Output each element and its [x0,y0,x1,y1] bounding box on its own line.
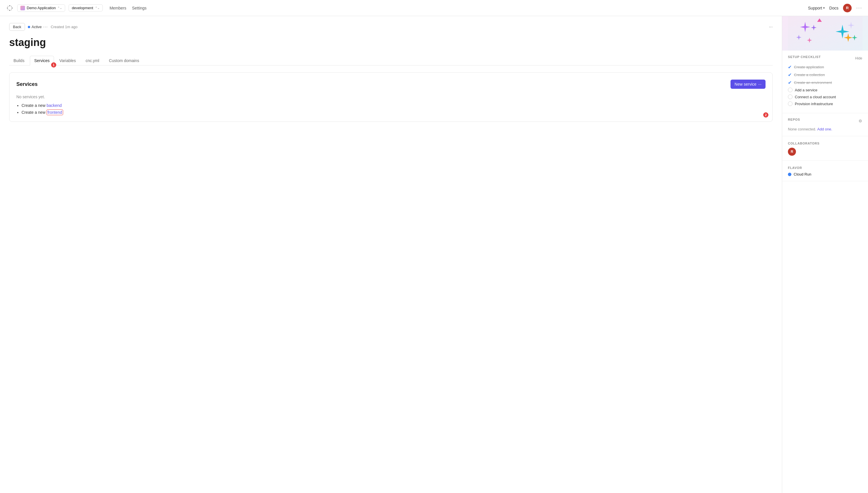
checklist-label: Create an environment [794,81,832,85]
list-item: Create a new frontend 2 [22,110,766,115]
tab-services[interactable]: Services [30,56,54,65]
nav-right: Support ▾ Docs R ··· [808,4,862,12]
checklist-item-provision: Provision infrastructure [788,102,862,106]
sidebar: SETUP CHECKLIST Hide ✔ Create applicatio… [782,16,868,493]
flavor-value: Cloud Run [794,172,811,176]
nav-links: Members Settings [110,6,147,10]
main-layout: Back Active ··· Created 1m ago ··· stagi… [0,16,868,493]
app-icon [20,6,25,10]
sidebar-banner [782,16,868,50]
check-pending-icon [788,94,793,99]
svg-rect-8 [788,16,863,50]
status-row: Back Active ··· Created 1m ago ··· [9,23,773,31]
svg-point-1 [7,7,8,8]
svg-point-5 [11,6,12,7]
flavor-title: FLAVOR [788,166,802,170]
add-repo-link[interactable]: Add one. [817,127,832,131]
env-name: development [72,6,93,10]
checklist-label: Add a service [795,88,818,92]
checklist-label: Create a collection [794,73,825,77]
repos-title: REPOS [788,118,800,121]
tab-services-wrapper: Services 1 [30,56,54,65]
tab-variables[interactable]: Variables [55,56,80,65]
svg-point-6 [8,9,8,10]
repos-header: REPOS ⚙ [788,118,862,124]
checklist-header: SETUP CHECKLIST Hide [788,55,862,62]
tabs-bar: Builds Services 1 Variables cnc.yml Cust… [9,56,773,65]
tab-custom-domains[interactable]: Custom domains [105,56,143,65]
logo[interactable] [6,4,14,12]
repos-row: None connected. Add one. [788,127,862,131]
checklist-title: SETUP CHECKLIST [788,55,821,59]
collaborators-section: COLLABORATORS R [782,136,868,160]
svg-point-2 [12,7,13,8]
backend-prefix: Create a new [22,103,46,108]
back-button[interactable]: Back [9,23,25,31]
checklist-item-connect-cloud: Connect a cloud account [788,94,862,99]
list-item: Create a new backend [22,103,766,108]
service-links-list: Create a new backend Create a new fronte… [16,103,766,115]
status-dot-icon [28,26,30,28]
checklist-label: Provision infrastructure [795,102,833,106]
app-name: Demo Application [27,6,56,10]
services-card: Services New service ··· No services yet… [9,72,773,122]
frontend-prefix: Create a new [22,110,46,115]
svg-point-4 [8,6,8,7]
checklist-label: Create application [794,65,824,69]
nav-more-button[interactable]: ··· [856,5,862,11]
check-done-icon: ✔ [788,64,792,70]
check-done-icon: ✔ [788,80,792,85]
status-label: Active [31,25,42,29]
backend-link[interactable]: backend [46,103,62,108]
checklist-item-create-environment: ✔ Create an environment [788,80,862,85]
setup-checklist-section: SETUP CHECKLIST Hide ✔ Create applicatio… [782,50,868,113]
row-more-button[interactable]: ··· [769,24,773,29]
new-service-more-icon: ··· [758,82,761,86]
support-button[interactable]: Support ▾ [808,6,825,10]
flavor-section: FLAVOR Cloud Run [782,160,868,181]
tab-builds[interactable]: Builds [9,56,29,65]
collaborator-avatar[interactable]: R [788,148,796,156]
docs-button[interactable]: Docs [829,6,839,10]
page-title: staging [9,37,773,48]
repos-none-text: None connected. [788,127,816,131]
svg-point-0 [9,5,10,6]
app-selector[interactable]: Demo Application ⌃⌄ [17,4,65,12]
top-navigation: Demo Application ⌃⌄ development ⌃⌄ Membe… [0,0,868,16]
svg-point-7 [11,9,12,10]
status-more-button[interactable]: ··· [43,24,48,29]
user-avatar[interactable]: R [843,4,852,12]
repos-section: REPOS ⚙ None connected. Add one. [782,113,868,136]
banner-sparkles [788,16,863,50]
check-pending-icon [788,102,793,106]
env-chevron-icon: ⌃⌄ [95,6,99,9]
support-chevron-icon: ▾ [823,6,825,9]
svg-point-3 [9,10,10,11]
tab-cnc[interactable]: cnc.yml [81,56,103,65]
services-title: Services [16,81,38,87]
env-selector[interactable]: development ⌃⌄ [69,4,102,12]
created-text: Created 1m ago [51,25,77,29]
services-header: Services New service ··· [16,80,766,89]
check-pending-icon [788,88,793,92]
app-chevron-icon: ⌃⌄ [58,6,62,9]
checklist-item-create-application: ✔ Create application [788,64,862,70]
new-service-button[interactable]: New service ··· [731,80,766,89]
checklist-label: Connect a cloud account [795,95,836,99]
nav-members[interactable]: Members [110,6,126,10]
flavor-dot-icon [788,173,791,176]
collaborators-title: COLLABORATORS [788,142,820,145]
nav-settings[interactable]: Settings [132,6,147,10]
hide-button[interactable]: Hide [855,56,862,60]
checklist-item-add-service: Add a service [788,88,862,92]
content-area: Back Active ··· Created 1m ago ··· stagi… [0,16,782,493]
frontend-link[interactable]: frontend [46,109,63,115]
gear-icon[interactable]: ⚙ [859,119,862,123]
status-badge: Active ··· [28,24,48,29]
checklist-item-create-collection: ✔ Create a collection [788,72,862,78]
check-done-icon: ✔ [788,72,792,78]
frontend-link-badge: 2 [763,112,769,117]
no-services-text: No services yet. [16,94,766,99]
